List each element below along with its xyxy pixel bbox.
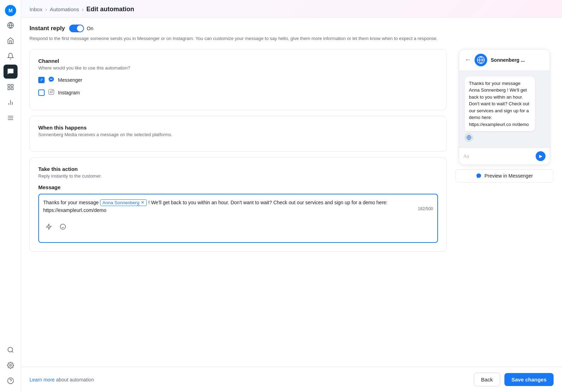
breadcrumb-sep-2: › [82,6,84,12]
svg-marker-22 [46,224,51,230]
svg-point-21 [53,90,53,91]
channel-card: Channel Where would you like to use this… [30,49,447,110]
footer: Learn more about automation Back Save ch… [21,367,562,392]
when-desc: Sonnenberg Media receives a message on t… [38,132,438,137]
instant-reply-title: Instant reply [30,25,65,32]
when-title: When this happens [38,125,438,131]
page-body: Instant reply On Respond to the first me… [21,18,562,367]
svg-line-15 [12,351,13,353]
message-content: Thanks for your message Anna Sonnenberg … [43,199,433,214]
name-tag: Anna Sonnenberg ✕ [100,199,147,206]
messenger-checkbox[interactable] [38,77,45,83]
about-automation-text: about automation [55,377,94,383]
name-tag-text: Anna Sonnenberg [103,200,139,205]
toggle-label: On [87,26,93,31]
sidebar-item-help[interactable] [4,374,18,388]
svg-point-16 [9,365,11,366]
phone-input-placeholder: Aa [463,153,533,159]
breadcrumb-current: Edit automation [86,6,134,13]
message-prefix: Thanks for your message [43,200,100,205]
sidebar-item-grid[interactable] [4,80,18,94]
sidebar-item-settings[interactable] [4,358,18,372]
emoji-toolbar-btn[interactable] [57,221,68,232]
svg-point-23 [60,224,66,230]
bot-avatar-small [465,133,473,142]
phone-chat-body: Thanks for your message Anna Sonnenberg … [459,71,550,148]
breadcrumb-sep-1: › [45,6,47,12]
meta-logo: M [4,4,17,17]
messenger-icon [48,76,54,84]
sidebar-item-chart[interactable] [4,95,18,109]
instant-reply-header: Instant reply On [30,25,554,32]
preview-btn-label: Preview in Messenger [484,173,533,179]
breadcrumb-automations[interactable]: Automations [50,6,79,12]
svg-text:M: M [8,8,13,13]
breadcrumb: Inbox › Automations › Edit automation [30,6,554,13]
svg-rect-6 [11,88,13,90]
svg-rect-5 [11,85,13,87]
phone-avatar [475,54,487,66]
when-card: When this happens Sonnenberg Media recei… [30,116,447,152]
learn-more-text: Learn more about automation [30,377,94,383]
message-area[interactable]: Thanks for your message Anna Sonnenberg … [38,194,438,243]
toggle-knob [77,25,83,32]
messenger-label: Messenger [58,77,82,83]
preview-phone: ← Sonnenberg ... Thanks for your message… [459,49,550,165]
sidebar-item-bell[interactable] [4,49,18,63]
instant-reply-toggle[interactable] [69,25,84,32]
magic-toolbar-btn[interactable] [43,221,54,232]
back-button[interactable]: Back [474,373,500,386]
phone-input-area: Aa ▶ [459,147,550,165]
channel-title: Channel [38,58,438,64]
action-card: Take this action Reply instantly to the … [30,157,447,252]
toggle-wrap: On [69,25,93,32]
phone-send-button[interactable]: ▶ [536,151,545,161]
sidebar-item-search[interactable] [4,343,18,357]
name-tag-close-icon[interactable]: ✕ [141,200,144,205]
instagram-checkbox[interactable] [38,89,45,96]
sidebar: M [0,0,21,392]
save-changes-button[interactable]: Save changes [504,373,554,386]
svg-point-20 [50,91,52,93]
phone-header: ← Sonnenberg ... [459,49,550,71]
right-panel: ← Sonnenberg ... Thanks for your message… [455,49,554,360]
chat-bubble: Thanks for your message Anna Sonnenberg … [465,77,535,132]
messenger-checkbox-item[interactable]: Messenger [38,76,438,84]
phone-back-arrow[interactable]: ← [465,56,471,64]
action-desc: Reply instantly to the customer. [38,173,438,179]
breadcrumb-bar: Inbox › Automations › Edit automation [21,0,562,18]
instagram-icon [48,89,54,97]
message-label: Message [38,184,438,190]
preview-messenger-button[interactable]: Preview in Messenger [455,169,554,182]
channel-desc: Where would you like to use this automat… [38,65,438,71]
svg-rect-4 [8,85,10,87]
sidebar-item-menu[interactable] [4,111,18,125]
learn-more-link[interactable]: Learn more [30,377,55,383]
char-count: 182/500 [418,206,433,211]
action-title: Take this action [38,166,438,172]
sidebar-item-home[interactable] [4,34,18,48]
svg-rect-19 [49,89,54,94]
sidebar-item-globe[interactable] [4,18,18,32]
svg-rect-7 [8,88,10,90]
phone-contact-name: Sonnenberg ... [491,57,544,63]
content-row: Channel Where would you like to use this… [30,49,554,360]
svg-point-14 [8,347,12,352]
instant-reply-description: Respond to the first message someone sen… [30,35,554,42]
main-content: Inbox › Automations › Edit automation In… [21,0,562,392]
message-toolbar [43,218,433,232]
instagram-label: Instagram [58,90,80,95]
instagram-checkbox-item[interactable]: Instagram [38,89,438,97]
breadcrumb-inbox[interactable]: Inbox [30,6,43,12]
left-panel: Channel Where would you like to use this… [30,49,447,360]
sidebar-item-chat[interactable] [4,65,18,79]
footer-buttons: Back Save changes [474,373,554,386]
